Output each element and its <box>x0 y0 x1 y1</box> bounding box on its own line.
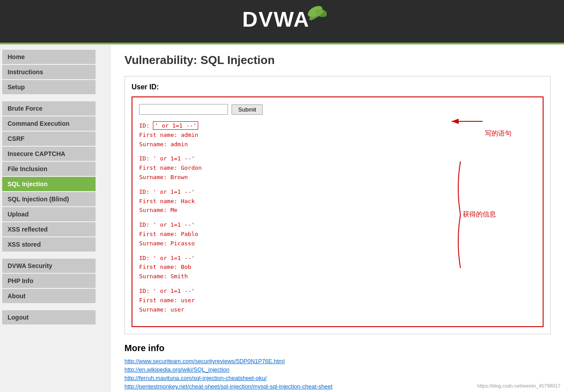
sidebar-item-upload[interactable]: Upload <box>2 207 96 221</box>
sidebar-item-about[interactable]: About <box>2 289 96 303</box>
sidebar-item-sql-injection[interactable]: SQL Injection <box>2 177 96 191</box>
results-list: ID: ' or 1=1 --' First name: admin Surna… <box>139 121 447 320</box>
logo-text: DVWA <box>238 4 327 39</box>
sidebar-item-home[interactable]: Home <box>2 50 96 64</box>
main-content: Vulnerability: SQL Injection User ID: Su… <box>111 44 564 392</box>
sidebar-item-instructions[interactable]: Instructions <box>2 65 96 79</box>
result-row-1: ID: ' or 1=1 --' First name: admin Surna… <box>139 121 447 149</box>
sidebar-item-logout[interactable]: Logout <box>2 310 96 324</box>
nav-separator-3 <box>2 304 109 309</box>
result-row-2: ID: ' or 1=1 --' First name: Gordon Surn… <box>139 154 447 182</box>
annotation-written-text: 写的语句 <box>485 129 512 138</box>
sidebar-item-setup[interactable]: Setup <box>2 80 96 94</box>
sidebar-item-xss-reflected[interactable]: XSS reflected <box>2 222 96 236</box>
header: DVWA <box>0 0 564 44</box>
logo: DVWA <box>238 4 327 39</box>
results-area: ID: ' or 1=1 --' First name: admin Surna… <box>139 121 536 320</box>
nav-separator-2 <box>2 252 109 258</box>
svg-text:DVWA: DVWA <box>242 8 310 31</box>
annotation-info-text: 获得的信息 <box>463 210 496 219</box>
sidebar-item-file-inclusion[interactable]: File Inclusion <box>2 162 96 176</box>
info-link-1[interactable]: http://www.securiteam.com/securityreview… <box>124 358 551 364</box>
page-wrapper: Home Instructions Setup Brute Force Comm… <box>0 44 564 392</box>
id-highlight-1: ' or 1=1 --' <box>153 121 198 130</box>
result-row-6: ID: ' or 1=1 --' First name: user Surnam… <box>139 287 447 314</box>
sidebar-item-xss-stored[interactable]: XSS stored <box>2 237 96 252</box>
sidebar-item-command-execution[interactable]: Command Execution <box>2 116 96 131</box>
content-box: User ID: Submit ID: ' or 1=1 --' <box>124 76 551 334</box>
annotation-overlay: 写的语句 获得的信息 <box>447 121 536 320</box>
info-link-2[interactable]: http://en.wikipedia.org/wiki/SQL_injecti… <box>124 366 551 373</box>
sidebar-item-brute-force[interactable]: Brute Force <box>2 101 96 116</box>
sidebar: Home Instructions Setup Brute Force Comm… <box>0 44 111 392</box>
sidebar-item-dvwa-security[interactable]: DVWA Security <box>2 259 96 273</box>
annotation-box: Submit ID: ' or 1=1 --' First name: admi… <box>132 96 544 327</box>
nav-separator-1 <box>2 95 109 100</box>
result-row-5: ID: ' or 1=1 --' First name: Bob Surname… <box>139 254 447 281</box>
page-title: Vulnerability: SQL Injection <box>124 53 551 67</box>
result-row-4: ID: ' or 1=1 --' First name: Pablo Surna… <box>139 220 447 248</box>
result-row-3: ID: ' or 1=1 --' First name: Hack Surnam… <box>139 188 447 215</box>
info-link-3[interactable]: http://ferruh.mavituna.com/sql-injection… <box>124 375 551 381</box>
sidebar-item-sql-injection-blind[interactable]: SQL Injection (Blind) <box>2 192 96 206</box>
submit-button[interactable]: Submit <box>232 104 263 115</box>
user-id-label: User ID: <box>132 83 544 91</box>
sidebar-item-php-info[interactable]: PHP Info <box>2 274 96 288</box>
sidebar-item-insecure-captcha[interactable]: Insecure CAPTCHA <box>2 147 96 161</box>
user-id-input[interactable] <box>139 104 228 115</box>
watermark: https://blog.csdn.net/weixin_45798017 <box>477 383 560 388</box>
sidebar-item-csrf[interactable]: CSRF <box>2 132 96 146</box>
more-info-title: More info <box>124 343 551 353</box>
